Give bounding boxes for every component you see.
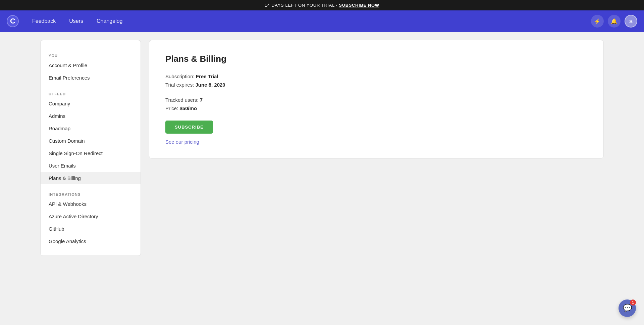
price-value: $50/mo xyxy=(180,105,197,111)
sidebar-item-api-webhooks[interactable]: API & Webhooks xyxy=(41,198,141,210)
see-pricing-link[interactable]: See our pricing xyxy=(165,139,587,145)
price-row: Price: $50/mo xyxy=(165,105,587,111)
subscribe-button[interactable]: SUBSCRIBE xyxy=(165,121,213,134)
trial-expires-value: June 8, 2020 xyxy=(195,82,225,88)
sidebar-item-custom-domain[interactable]: Custom Domain xyxy=(41,135,141,147)
sidebar-item-sso-redirect[interactable]: Single Sign-On Redirect xyxy=(41,147,141,159)
nav-link-users[interactable]: Users xyxy=(64,15,89,27)
sidebar-item-company[interactable]: Company xyxy=(41,97,141,110)
sidebar-item-roadmap[interactable]: Roadmap xyxy=(41,122,141,135)
bell-icon: 🔔 xyxy=(611,18,618,25)
plans-billing-card: Plans & Billing Subscription: Free Trial… xyxy=(149,40,604,158)
price-info-group: Tracked users: 7 Price: $50/mo xyxy=(165,97,587,111)
sidebar-item-github[interactable]: GitHub xyxy=(41,223,141,235)
bolt-icon-button[interactable]: ⚡ xyxy=(591,15,604,28)
sidebar-item-email-preferences[interactable]: Email Preferences xyxy=(41,72,141,84)
main-layout: YOU Account & Profile Email Preferences … xyxy=(0,32,644,325)
trial-banner: 14 DAYS LEFT ON YOUR TRIAL · SUBSCRIBE N… xyxy=(0,0,644,10)
sidebar-section-ui-feed: UI FEED xyxy=(41,89,141,97)
subscription-label: Subscription: xyxy=(165,74,196,79)
subscribe-now-link[interactable]: SUBSCRIBE NOW xyxy=(339,3,379,8)
sidebar: YOU Account & Profile Email Preferences … xyxy=(40,40,141,256)
sidebar-item-azure-ad[interactable]: Azure Active Directory xyxy=(41,210,141,223)
sidebar-item-account-profile[interactable]: Account & Profile xyxy=(41,59,141,72)
price-label: Price: xyxy=(165,105,180,111)
sidebar-section-integrations: INTEGRATIONS xyxy=(41,190,141,198)
chat-bubble[interactable]: 💬 1 xyxy=(619,299,636,317)
trial-expires-label: Trial expires: xyxy=(165,82,195,88)
trial-text: 14 DAYS LEFT ON YOUR TRIAL · xyxy=(265,3,339,8)
nav-link-feedback[interactable]: Feedback xyxy=(27,15,61,27)
navbar-actions: ⚡ 🔔 S xyxy=(591,15,637,28)
nav-link-changelog[interactable]: Changelog xyxy=(91,15,128,27)
bolt-icon: ⚡ xyxy=(594,18,601,25)
tracked-users-label: Tracked users: xyxy=(165,97,200,103)
subscription-value: Free Trial xyxy=(196,74,218,79)
logo[interactable]: C xyxy=(7,15,19,27)
sidebar-item-admins[interactable]: Admins xyxy=(41,110,141,122)
sidebar-section-you: YOU xyxy=(41,51,141,59)
avatar[interactable]: S xyxy=(625,15,637,28)
tracked-users-value: 7 xyxy=(200,97,203,103)
page-title: Plans & Billing xyxy=(165,54,587,64)
billing-info-group: Subscription: Free Trial Trial expires: … xyxy=(165,74,587,88)
chat-icon: 💬 xyxy=(623,304,632,313)
content-area: Plans & Billing Subscription: Free Trial… xyxy=(149,40,604,318)
tracked-users-row: Tracked users: 7 xyxy=(165,97,587,103)
trial-expires-row: Trial expires: June 8, 2020 xyxy=(165,82,587,88)
sidebar-item-user-emails[interactable]: User Emails xyxy=(41,159,141,172)
chat-badge: 1 xyxy=(630,299,636,306)
subscription-row: Subscription: Free Trial xyxy=(165,74,587,79)
navbar: C Feedback Users Changelog ⚡ 🔔 S xyxy=(0,10,644,32)
sidebar-item-google-analytics[interactable]: Google Analytics xyxy=(41,235,141,247)
bell-icon-button[interactable]: 🔔 xyxy=(608,15,621,28)
sidebar-item-plans-billing[interactable]: Plans & Billing xyxy=(41,172,141,184)
navbar-links: Feedback Users Changelog xyxy=(27,15,591,27)
